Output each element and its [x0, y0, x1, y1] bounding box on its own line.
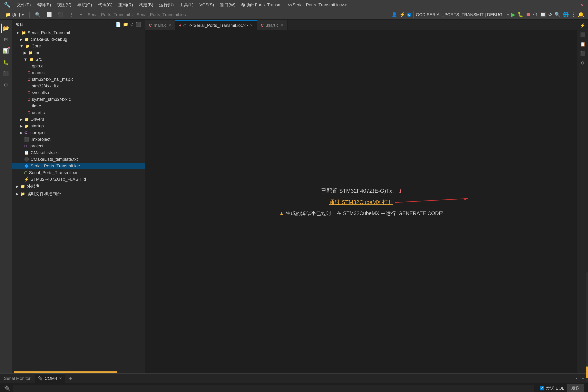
refresh-btn[interactable]: ↺	[130, 22, 134, 27]
sidebar-scrollbar[interactable]	[14, 372, 143, 373]
right-icon-4[interactable]: ⬛	[579, 50, 587, 58]
more-right-btn[interactable]: ⋮	[571, 12, 576, 18]
activity-search[interactable]: ⊞	[1, 35, 10, 44]
tree-ioc-file[interactable]: ▶ 🔷 Serial_Ports_Transmit.ioc	[12, 163, 145, 169]
monitor-icon-left: 🔌	[4, 385, 10, 391]
serial-scrollbar-thumb[interactable]	[586, 366, 588, 378]
menu-file[interactable]: 文件(F)	[17, 2, 31, 8]
notification-btn[interactable]: 🔔	[578, 12, 584, 18]
tree-tim-c[interactable]: C tim.c	[12, 103, 145, 109]
monitor-more-btn[interactable]: ⋮	[574, 376, 578, 381]
monitor-minimize-btn[interactable]: −	[582, 376, 584, 381]
debug-button[interactable]: 🐛	[518, 12, 524, 18]
activity-monitor[interactable]: 📊	[1, 46, 10, 56]
main-c-close[interactable]: ✕	[168, 23, 171, 28]
new-file-btn[interactable]: 📄	[116, 22, 121, 27]
tab-ioc[interactable]: ⬡ <<Serial_Ports_Transmit.ioc>> ✕	[176, 20, 257, 30]
tree-usart-c[interactable]: C usart.c	[12, 109, 145, 116]
run-button[interactable]: ▶	[511, 11, 516, 18]
send-button[interactable]: 发送	[567, 384, 584, 392]
eol-checkbox-container[interactable]: ✓ 发送 EOL	[540, 385, 564, 391]
menu-build[interactable]: 构建(B)	[139, 2, 153, 8]
project-icon: ⚙	[24, 144, 28, 148]
breadcrumb-root[interactable]: Serial_Ports_Transmit	[88, 12, 130, 17]
serial-monitor-tab[interactable]: 🔌 COM4 ✕	[35, 374, 65, 384]
search-right-btn[interactable]: 🔍	[554, 12, 560, 18]
menu-code[interactable]: 代码(C)	[98, 2, 113, 8]
collapse-btn[interactable]: ⬛	[136, 22, 141, 27]
tree-root[interactable]: ▼ 📁 Serial_Ports_Transmit	[12, 30, 145, 36]
tree-gpio[interactable]: C gpio.c	[12, 63, 145, 70]
menu-run[interactable]: 运行(U)	[159, 2, 174, 8]
add-monitor-tab[interactable]: +	[69, 375, 72, 382]
tree-src[interactable]: ▼ 📁 Src	[12, 56, 145, 63]
open-stm32cubemx-link[interactable]: 通过 STM32CubeMX 打开	[329, 199, 393, 205]
activity-bar: 📂 ⊞ 📊 🐛 ⬛ ⚙	[0, 20, 12, 374]
more-btn[interactable]: ⋮	[68, 11, 75, 18]
tree-cproject[interactable]: ▶ ⚙ .cproject	[12, 129, 145, 136]
tree-project[interactable]: ▶ ⚙ .project	[12, 143, 145, 149]
expand-btn[interactable]: ⬜	[45, 11, 53, 18]
reload-button[interactable]: ↺	[548, 12, 552, 18]
search-toolbar-btn[interactable]: 🔍	[34, 11, 42, 18]
project-selector[interactable]: 📁 项目 ▾	[4, 11, 26, 18]
activity-debug[interactable]: 🐛	[1, 58, 10, 67]
stop-button[interactable]: ⏹	[526, 12, 531, 18]
menu-edit[interactable]: 编辑(E)	[37, 2, 51, 8]
tree-core[interactable]: ▼ 📁 Core	[12, 43, 145, 50]
tree-mxproject[interactable]: ▶ ⬛ .mxproject	[12, 136, 145, 143]
tree-it-c[interactable]: C stm32f4xx_it.c	[12, 83, 145, 90]
debug-config-name[interactable]: OCD SERIAL_PORTS_TRANSMIT | DEBUG	[413, 11, 505, 18]
usb-icon: 🔌	[38, 376, 43, 381]
eol-checkbox-box[interactable]: ✓	[540, 386, 544, 390]
close-button[interactable]: ✕	[580, 2, 584, 7]
tree-hal-msp[interactable]: C stm32f4xx_hal_msp.c	[12, 76, 145, 83]
maximize-button[interactable]: □	[571, 2, 576, 7]
tree-cmake-build[interactable]: ▶ 📁 cmake-build-debug	[12, 36, 145, 43]
new-folder-btn[interactable]: 📁	[123, 22, 128, 27]
right-icon-3[interactable]: 📋	[579, 40, 587, 48]
tree-ld-file[interactable]: ▶ ⚡ STM32F407ZGTx_FLASH.ld	[12, 176, 145, 183]
translate-btn[interactable]: 🌐	[562, 12, 569, 18]
inc-expand-icon: ▶	[24, 50, 26, 55]
menu-vcs[interactable]: VCS(S)	[199, 2, 214, 8]
ioc-close[interactable]: ✕	[250, 23, 253, 28]
tree-xml-file[interactable]: ▶ ⬡ Serial_Ports_Transmit.xml	[12, 169, 145, 176]
profile-button[interactable]: ⏱	[533, 12, 538, 18]
tree-syscalls[interactable]: C syscalls.c	[12, 90, 145, 96]
com-close-btn[interactable]: ✕	[59, 376, 62, 381]
menu-window[interactable]: 窗口(W)	[220, 2, 236, 8]
right-icon-5[interactable]: ⚙	[579, 59, 587, 67]
minimize-button[interactable]: −	[562, 2, 567, 7]
menu-navigate[interactable]: 导航(G)	[77, 2, 92, 8]
tab-main-c[interactable]: C main.c ✕	[145, 20, 176, 30]
config-dropdown-icon[interactable]: ▾	[507, 12, 509, 18]
tree-inc[interactable]: ▶ 📁 Inc	[12, 50, 145, 56]
xml-icon: ⬡	[24, 170, 28, 175]
right-icon-2[interactable]: ⬛	[579, 31, 587, 39]
serial-scrollbar-track[interactable]	[586, 272, 588, 382]
right-icon-1[interactable]: ⚡	[579, 22, 587, 30]
menu-refactor[interactable]: 重构(R)	[118, 2, 133, 8]
tree-temp-files[interactable]: ▶ 📁 临时文件和控制台	[12, 190, 145, 198]
tree-cmakelists[interactable]: ▶ 📋 CMakeLists.txt	[12, 149, 145, 156]
serial-input-field[interactable]	[13, 385, 534, 392]
breadcrumb-file[interactable]: Serial_Ports_Transmit.ioc	[136, 12, 186, 17]
activity-explorer[interactable]: 📂	[1, 24, 10, 33]
tree-cmake-template[interactable]: ▶ ⚫ CMakeLists_template.txt	[12, 156, 145, 163]
inc-folder-icon: 📁	[28, 50, 33, 55]
coverage-button[interactable]: 🔲	[540, 12, 546, 18]
activity-settings[interactable]: ⚙	[1, 80, 10, 90]
split-btn[interactable]: ⬛	[56, 11, 65, 18]
tree-external-libs[interactable]: ▶ 📁 外部库	[12, 183, 145, 190]
tab-usart-c[interactable]: C usart.c ✕	[257, 20, 288, 30]
menu-tools[interactable]: 工具(L)	[180, 2, 194, 8]
settings-btn[interactable]: −	[78, 11, 84, 18]
activity-red-square[interactable]: ⬛	[1, 69, 10, 78]
menu-view[interactable]: 视图(V)	[57, 2, 71, 8]
tree-startup[interactable]: ▶ 📁 startup	[12, 123, 145, 129]
tree-system-c[interactable]: C system_stm32f4xx.c	[12, 96, 145, 103]
usart-close[interactable]: ✕	[280, 23, 284, 28]
tree-drivers[interactable]: ▶ 📁 Drivers	[12, 116, 145, 123]
tree-main-c[interactable]: C main.c	[12, 70, 145, 76]
